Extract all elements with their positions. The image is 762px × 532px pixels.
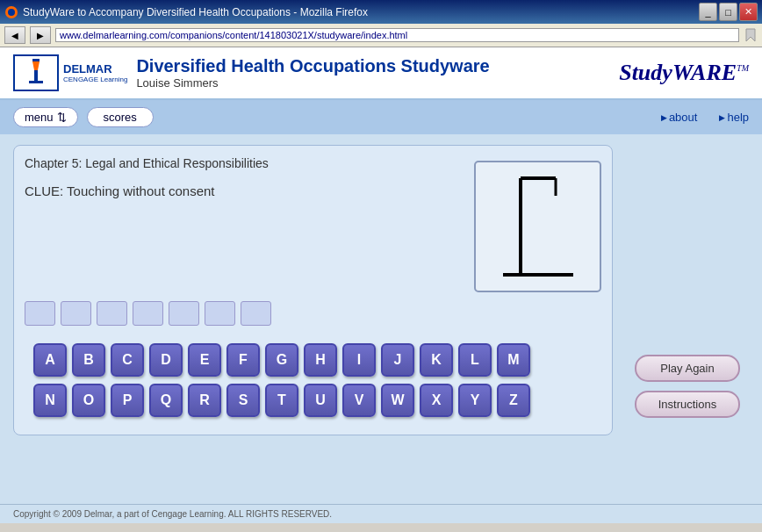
header-left: DELMAR CENGAGE Learning Diversified Heal…: [13, 54, 490, 91]
help-link[interactable]: ▶ help: [719, 111, 749, 124]
keyboard-section: A B C D E F G H I J K L M N O P: [25, 343, 601, 417]
key-b[interactable]: B: [72, 343, 105, 377]
menu-button[interactable]: menu ⇅: [13, 107, 78, 127]
svg-rect-6: [34, 70, 38, 83]
key-i[interactable]: I: [342, 343, 376, 377]
about-label: about: [669, 111, 698, 124]
svg-rect-7: [29, 81, 43, 83]
play-again-button[interactable]: Play Again: [635, 355, 740, 382]
delmar-logo-text: DELMAR CENGAGE Learning: [63, 62, 127, 83]
scores-button[interactable]: scores: [87, 107, 154, 127]
about-triangle-icon: ▶: [661, 113, 667, 122]
key-q[interactable]: Q: [149, 384, 183, 417]
keyboard-row-1: A B C D E F G H I J K L M: [33, 343, 593, 377]
key-o[interactable]: O: [72, 384, 105, 417]
key-a[interactable]: A: [33, 343, 67, 377]
studyware-tm: TM: [737, 63, 749, 73]
close-button[interactable]: ✕: [739, 3, 758, 21]
menu-arrows-icon: ⇅: [57, 111, 67, 124]
content-panel: Chapter 5: Legal and Ethical Responsibil…: [13, 145, 613, 435]
key-p[interactable]: P: [111, 384, 144, 417]
instructions-button[interactable]: Instructions: [635, 391, 740, 418]
key-e[interactable]: E: [188, 343, 221, 377]
delmar-logo-top: DELMAR: [63, 62, 127, 75]
title-bar-left: StudyWare to Accompany Diversified Healt…: [4, 5, 368, 19]
letter-blanks: [25, 301, 601, 326]
hangman-svg: [485, 169, 591, 284]
forward-button[interactable]: ▶: [30, 26, 51, 44]
main-area: Chapter 5: Legal and Ethical Responsibil…: [0, 134, 762, 446]
key-k[interactable]: K: [420, 343, 453, 377]
blank-4: [133, 301, 163, 326]
title-bar: StudyWare to Accompany Diversified Healt…: [0, 0, 762, 24]
blank-5: [169, 301, 199, 326]
left-text: Chapter 5: Legal and Ethical Responsibil…: [25, 156, 269, 216]
browser-title: StudyWare to Accompany Diversified Healt…: [23, 6, 368, 18]
app-container: DELMAR CENGAGE Learning Diversified Heal…: [0, 47, 762, 504]
key-l[interactable]: L: [458, 343, 492, 377]
address-bar: ◀ ▶: [0, 24, 762, 47]
header-title: Diversified Health Occupations Studyware: [136, 56, 489, 76]
key-y[interactable]: Y: [458, 384, 492, 417]
key-g[interactable]: G: [265, 343, 298, 377]
key-f[interactable]: F: [226, 343, 260, 377]
key-v[interactable]: V: [342, 384, 376, 417]
key-n[interactable]: N: [33, 384, 67, 417]
help-triangle-icon: ▶: [719, 113, 725, 122]
key-c[interactable]: C: [111, 343, 144, 377]
delmar-logo: DELMAR CENGAGE Learning: [13, 54, 127, 91]
help-label: help: [727, 111, 749, 124]
key-t[interactable]: T: [265, 384, 298, 417]
maximize-button[interactable]: □: [719, 3, 737, 21]
address-input[interactable]: [55, 28, 739, 42]
key-x[interactable]: X: [420, 384, 453, 417]
browser-icon: [4, 5, 18, 19]
blank-2: [61, 301, 91, 326]
bookmark-icon: [744, 28, 758, 42]
key-h[interactable]: H: [304, 343, 337, 377]
nav-bar: menu ⇅ scores ▶ about ▶ help: [0, 100, 762, 134]
top-row: Chapter 5: Legal and Ethical Responsibil…: [25, 156, 601, 292]
minimize-button[interactable]: _: [699, 3, 717, 21]
clue-text: CLUE: Touching without consent: [25, 183, 269, 198]
about-link[interactable]: ▶ about: [661, 111, 698, 124]
app-header: DELMAR CENGAGE Learning Diversified Heal…: [0, 47, 762, 100]
delmar-logo-bottom: CENGAGE Learning: [63, 75, 127, 83]
right-panel: Play Again Instructions: [626, 145, 749, 435]
scores-label: scores: [104, 111, 137, 124]
blank-1: [25, 301, 55, 326]
key-z[interactable]: Z: [497, 384, 530, 417]
blank-6: [205, 301, 235, 326]
svg-point-1: [8, 9, 15, 16]
hangman-area: [474, 161, 601, 292]
key-w[interactable]: W: [381, 384, 414, 417]
svg-rect-4: [32, 59, 40, 61]
key-s[interactable]: S: [226, 384, 260, 417]
studyware-logo: StudyWARETM: [619, 60, 749, 86]
key-r[interactable]: R: [188, 384, 221, 417]
menu-label: menu: [25, 111, 54, 124]
blank-7: [241, 301, 271, 326]
copyright-text: Copyright © 2009 Delmar, a part of Cenga…: [13, 509, 332, 519]
delmar-logo-icon: [13, 54, 59, 91]
title-bar-buttons[interactable]: _ □ ✕: [699, 3, 758, 21]
header-subtitle: Louise Simmers: [136, 76, 489, 90]
studyware-word1: Study: [619, 60, 672, 85]
svg-marker-2: [746, 29, 755, 41]
chapter-title: Chapter 5: Legal and Ethical Responsibil…: [25, 156, 269, 170]
footer: Copyright © 2009 Delmar, a part of Cenga…: [0, 504, 762, 523]
key-u[interactable]: U: [304, 384, 337, 417]
keyboard-row-2: N O P Q R S T U V W X Y Z: [33, 384, 593, 417]
back-button[interactable]: ◀: [4, 26, 25, 44]
key-m[interactable]: M: [497, 343, 530, 377]
header-title-block: Diversified Health Occupations Studyware…: [136, 56, 489, 90]
studyware-word2: WARE: [672, 60, 737, 85]
key-d[interactable]: D: [149, 343, 183, 377]
key-j[interactable]: J: [381, 343, 414, 377]
blank-3: [97, 301, 127, 326]
